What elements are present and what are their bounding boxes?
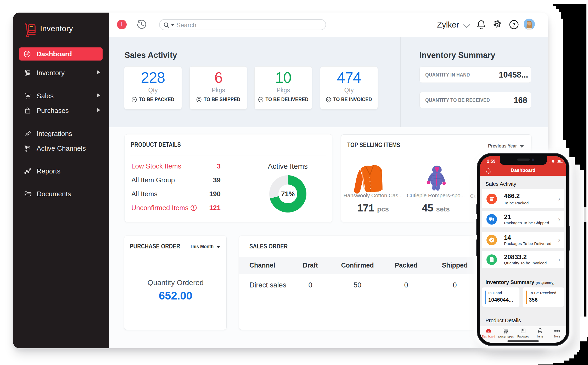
svg-text:?: ?: [512, 22, 516, 28]
